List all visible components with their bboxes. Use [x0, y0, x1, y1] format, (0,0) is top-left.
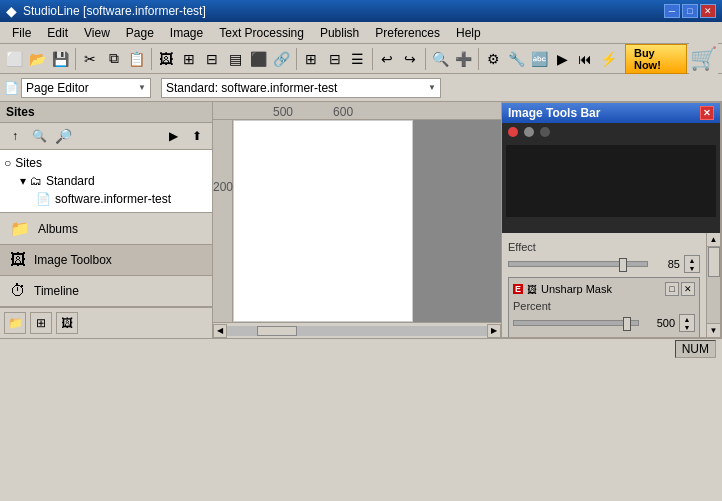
image-btn-6[interactable]: 🔗 — [271, 47, 292, 71]
scroll-thumb[interactable] — [257, 326, 297, 336]
image-btn-2[interactable]: ⊞ — [179, 47, 200, 71]
image-btn-4[interactable]: ▤ — [225, 47, 246, 71]
scroll-right-btn[interactable]: ▶ — [487, 324, 501, 338]
num-indicator: NUM — [675, 340, 716, 358]
scroll-track — [227, 326, 487, 336]
ruler-mark-500: 500 — [273, 105, 293, 119]
separator-2 — [151, 48, 152, 70]
percent-slider-thumb[interactable] — [623, 317, 631, 331]
tree-item-site[interactable]: 📄 software.informer-test — [4, 190, 208, 208]
sites-back-btn[interactable]: ↑ — [4, 125, 26, 147]
effect-spin-down[interactable]: ▼ — [685, 264, 699, 272]
menu-image[interactable]: Image — [162, 24, 211, 42]
play-btn[interactable]: ▶ — [552, 47, 573, 71]
zoom-in-btn[interactable]: ➕ — [453, 47, 474, 71]
sites-search-btn[interactable]: 🔍 — [28, 125, 50, 147]
zoom-btn[interactable]: 🔍 — [430, 47, 451, 71]
tool-btn-1[interactable]: ⚙ — [483, 47, 504, 71]
title-controls[interactable]: ─ □ ✕ — [664, 4, 716, 18]
buy-now-button[interactable]: Buy Now! — [625, 44, 687, 74]
effect-slider-row: 85 ▲ ▼ — [508, 255, 700, 273]
percent-slider-track[interactable] — [513, 320, 639, 326]
tree-item-standard[interactable]: ▾ 🗂 Standard — [4, 172, 208, 190]
scroll-thumb[interactable] — [708, 247, 720, 277]
nav-btn[interactable]: ⏮ — [575, 47, 596, 71]
radio-icon: ○ — [4, 156, 11, 170]
panel-scrollbar[interactable]: ▲ ▼ — [706, 233, 720, 337]
status-bar: NUM — [0, 338, 722, 358]
footer-btn-2[interactable]: ⊞ — [30, 312, 52, 334]
sites-toolbar: ↑ 🔍 🔎 ▶ ⬆ — [0, 123, 212, 150]
scrollbar-horizontal[interactable]: ◀ ▶ — [213, 322, 501, 338]
title-bar-left: ◆ StudioLine [software.informer-test] — [6, 3, 206, 19]
menu-file[interactable]: File — [4, 24, 39, 42]
sites-expand-btn[interactable]: ▶ — [162, 125, 184, 147]
menu-text-processing[interactable]: Text Processing — [211, 24, 312, 42]
sidebar-nav-timeline[interactable]: ⏱ Timeline — [0, 276, 212, 307]
expand-icon: ▾ — [20, 174, 26, 188]
preview-image — [506, 145, 716, 217]
percent-spin-down[interactable]: ▼ — [680, 323, 694, 331]
page-editor-dropdown[interactable]: Page Editor ▼ — [21, 78, 151, 98]
open-button[interactable]: 📂 — [27, 47, 48, 71]
standard-dropdown[interactable]: Standard: software.informer-test ▼ — [161, 78, 441, 98]
toolbar-secondary: 📄 Page Editor ▼ Standard: software.infor… — [0, 74, 722, 102]
ruler-horizontal: 500 600 — [213, 102, 501, 120]
menu-help[interactable]: Help — [448, 24, 489, 42]
tree-standard-label: Standard — [46, 174, 95, 188]
scroll-track — [707, 247, 720, 323]
footer-btn-1[interactable]: 📁 — [4, 312, 26, 334]
scroll-left-btn[interactable]: ◀ — [213, 324, 227, 338]
tree-item-sites[interactable]: ○ Sites — [4, 154, 208, 172]
separator-6 — [478, 48, 479, 70]
redo-button[interactable]: ↪ — [400, 47, 421, 71]
tool-btn-2[interactable]: 🔧 — [506, 47, 527, 71]
sites-find-btn[interactable]: 🔎 — [52, 125, 74, 147]
menu-page[interactable]: Page — [118, 24, 162, 42]
image-btn-5[interactable]: ⬛ — [248, 47, 269, 71]
sidebar-nav-image-toolbox[interactable]: 🖼 Image Toolbox — [0, 245, 212, 276]
effect-section-icon: E — [513, 284, 523, 294]
menu-publish[interactable]: Publish — [312, 24, 367, 42]
percent-spinner[interactable]: ▲ ▼ — [679, 314, 695, 332]
paste-button[interactable]: 📋 — [126, 47, 147, 71]
image-btn-1[interactable]: 🖼 — [156, 47, 177, 71]
standard-label: Standard: software.informer-test — [166, 81, 337, 95]
unsharp-mask-hide[interactable]: □ — [665, 282, 679, 296]
percent-label: Percent — [513, 300, 695, 312]
effect-spinner[interactable]: ▲ ▼ — [684, 255, 700, 273]
maximize-button[interactable]: □ — [682, 4, 698, 18]
menu-preferences[interactable]: Preferences — [367, 24, 448, 42]
sidebar-nav-albums[interactable]: 📁 Albums — [0, 213, 212, 245]
table-btn[interactable]: ⊞ — [301, 47, 322, 71]
unsharp-mask-close[interactable]: ✕ — [681, 282, 695, 296]
tool-btn-3[interactable]: 🔤 — [529, 47, 550, 71]
albums-icon: 📁 — [10, 219, 30, 238]
undo-button[interactable]: ↩ — [377, 47, 398, 71]
effect-spin-up[interactable]: ▲ — [685, 256, 699, 264]
close-button[interactable]: ✕ — [700, 4, 716, 18]
grid-btn[interactable]: ⊟ — [324, 47, 345, 71]
scroll-down-btn[interactable]: ▼ — [707, 323, 720, 337]
footer-btn-3[interactable]: 🖼 — [56, 312, 78, 334]
scroll-up-btn[interactable]: ▲ — [707, 233, 720, 247]
minimize-button[interactable]: ─ — [664, 4, 680, 18]
new-button[interactable]: ⬜ — [4, 47, 25, 71]
effect-slider-track[interactable] — [508, 261, 648, 267]
effect-slider-thumb[interactable] — [619, 258, 627, 272]
tree-site-label: software.informer-test — [55, 192, 171, 206]
align-btn[interactable]: ☰ — [347, 47, 368, 71]
copy-button[interactable]: ⧉ — [103, 47, 124, 71]
folder-icon: 🗂 — [30, 174, 42, 188]
menu-view[interactable]: View — [76, 24, 118, 42]
image-btn-3[interactable]: ⊟ — [202, 47, 223, 71]
menu-edit[interactable]: Edit — [39, 24, 76, 42]
cut-button[interactable]: ✂ — [80, 47, 101, 71]
panel-close-button[interactable]: ✕ — [700, 106, 714, 120]
preview-dot-gray — [524, 127, 534, 137]
sites-scroll-btn[interactable]: ⬆ — [186, 125, 208, 147]
percent-spin-up[interactable]: ▲ — [680, 315, 694, 323]
canvas-area: 500 600 200 ◀ ▶ Image Tools Bar ✕ — [213, 102, 722, 338]
save-button[interactable]: 💾 — [50, 47, 71, 71]
fast-btn[interactable]: ⚡ — [598, 47, 619, 71]
